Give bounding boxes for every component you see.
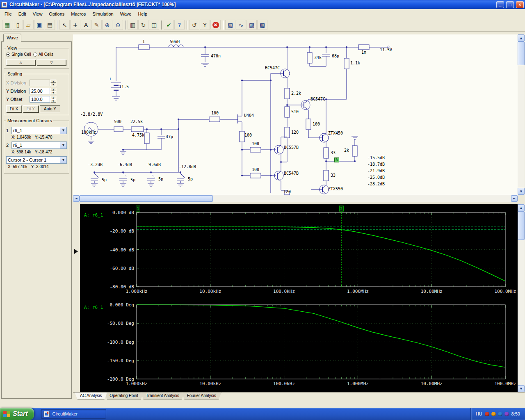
wire-tool-button[interactable]: + [70,20,80,30]
edit-tool-button[interactable]: ✎ [91,20,102,30]
splitter-arrow[interactable] [74,249,78,254]
tray-icon-4[interactable] [504,412,509,416]
y-tick-label: -20.00 dB [110,228,134,234]
oscilloscope-button[interactable]: ∿ [236,20,246,30]
rotate-tool-button[interactable]: ↻ [138,20,148,30]
dropdown-arrow-icon[interactable]: ▼ [60,127,66,134]
waveform-charts[interactable]: 0.000 dB-20.00 dB-40.00 dB-60.00 dB-80.0… [80,204,518,392]
scroll-left-icon[interactable]: ◄ [73,195,80,202]
component-label: 22.5k [130,119,143,124]
digital-waveforms-button[interactable]: ▨ [247,20,257,30]
dropdown-arrow-icon[interactable]: ▼ [60,142,66,148]
schematic-vscrollbar[interactable]: ▲ ▼ [518,34,525,195]
schematic-canvas[interactable]: 150nH470n+11.5BC547C34k68p1.1k1m11.5V2.2… [73,34,518,195]
language-indicator[interactable]: HU [476,411,482,416]
wave-up-button[interactable]: △ [6,59,35,66]
y-offset-input[interactable]: 100.0 [30,96,50,103]
component-label: -2.8/2.8V [80,112,103,116]
menu-edit[interactable]: Edit [15,10,30,18]
radio-all-cells[interactable]: All Cells [33,52,53,57]
scroll-down-icon[interactable]: ▼ [518,385,525,392]
node-marker-a[interactable]: A [334,158,339,162]
tray-icon-1[interactable] [485,412,489,416]
analyses-window-button[interactable]: ▧ [225,20,235,30]
component-label: 1 [142,39,145,44]
y-division-spinner[interactable]: ▲▼ [50,88,56,94]
tray-icon-3[interactable] [498,412,502,416]
text-tool-button[interactable]: A [81,20,91,30]
tab-transient-analysis[interactable]: Transient Analysis [141,393,185,399]
stop-simulation-button[interactable]: ✖ [210,20,221,30]
zoom-tool-button[interactable]: ⊙ [113,20,123,30]
radio-single-cell[interactable]: Single Cell [6,52,31,57]
maximize-button[interactable]: □ [506,1,514,8]
digital-analog-switch-button[interactable]: ✔ [164,20,174,30]
cursor2-signal-select[interactable]: r6_1 ▼ [11,142,67,149]
arrow-tool-button[interactable]: ↖ [59,20,70,30]
scroll-thumb[interactable] [518,211,525,240]
new-file-button[interactable]: ▯ [13,20,23,30]
component-label: -3.2dB [88,162,103,167]
tray-icon-2[interactable] [491,412,496,416]
tab-fourier-analysis[interactable]: Fourier Analysis [182,393,221,399]
parts-browser-button[interactable]: ▦ [2,20,12,30]
scroll-right-icon[interactable]: ► [511,195,518,202]
menu-options[interactable]: Options [46,10,68,18]
find-part-button[interactable]: ▥ [128,20,138,30]
y-offset-spinner[interactable]: ▲▼ [50,96,56,103]
scroll-down-icon[interactable]: ▼ [518,188,525,195]
menu-file[interactable]: File [1,10,15,18]
toolbar-separator [57,21,58,30]
tab-wave[interactable]: Wave [3,34,21,42]
component-label: 50nH [170,39,180,44]
fit-x-button[interactable]: Fit X [6,105,22,112]
component-label: 100 [211,111,219,115]
spinner-up-icon[interactable]: ▲ [50,88,56,91]
fit-y-button: Fit Y [23,105,39,112]
x-tick-label: 10.00kHz [199,289,221,294]
reset-simulation-button[interactable]: ↺ [189,20,199,30]
y-division-input[interactable]: 25.00 [30,88,50,94]
schematic-hscrollbar[interactable]: ◄ ► [73,195,518,202]
spinner-down-icon[interactable]: ▼ [50,99,56,103]
scroll-thumb[interactable] [518,41,525,65]
scroll-thumb[interactable] [80,195,213,202]
probe-tool-button[interactable]: Y [200,20,210,30]
auto-y-button[interactable]: Auto Y [40,105,60,112]
menu-view[interactable]: View [30,10,46,18]
menu-help[interactable]: Help [135,10,151,18]
menu-macros[interactable]: Macros [68,10,89,18]
menu-simulation[interactable]: Simulation [89,10,116,18]
start-button[interactable]: Start [0,408,34,420]
scroll-up-icon[interactable]: ▲ [518,204,525,211]
scroll-up-icon[interactable]: ▲ [518,34,525,41]
chart-vscrollbar[interactable]: ▲ ▼ [518,204,525,392]
spinner-up-icon[interactable]: ▲ [50,96,56,99]
spinner-down-icon[interactable]: ▼ [50,91,56,94]
close-button[interactable]: × [516,1,524,8]
measurement-cursors-group: Measurement Cursors 1 r6_1 ▼ X: 1.0450k … [4,121,69,173]
open-file-button[interactable]: ▱ [23,20,34,30]
radio-dot-icon [6,52,10,57]
dropdown-arrow-icon[interactable]: ▼ [60,157,66,163]
menu-wave[interactable]: Wave [117,10,135,18]
tab-operating-point[interactable]: Operating Point [104,393,144,399]
save-file-button[interactable]: ▣ [34,20,44,30]
y-tick-label: 0.000 Deg [110,302,134,308]
cursor1-signal-select[interactable]: r6_1 ▼ [11,127,67,134]
tab-ac-analysis[interactable]: AC Analysis [75,393,107,399]
help-button[interactable]: ? [174,20,185,30]
signal-generator-button[interactable]: ▩ [257,20,267,30]
wave-panel: Wave View Single Cell All Cells △ ▽ Scal… [0,32,73,408]
wave-down-button[interactable]: ▽ [37,59,66,66]
cursor-diff-select[interactable]: Cursor 2 - Cursor 1 ▼ [6,156,67,164]
task-label: CircuitMaker [52,411,78,416]
mirror-tool-button[interactable]: ◫ [149,20,159,30]
taskbar-task-circuitmaker[interactable]: CircuitMaker [41,409,106,419]
minimize-button[interactable]: _ [496,1,504,8]
arrow-tool-icon: ↖ [62,22,67,28]
zoom-area-tool-button[interactable]: ⊕ [102,20,112,30]
radio-all-cells-label: All Cells [39,52,53,57]
print-button[interactable]: ▤ [45,20,55,30]
zoom-tool-icon: ⊙ [116,22,121,28]
